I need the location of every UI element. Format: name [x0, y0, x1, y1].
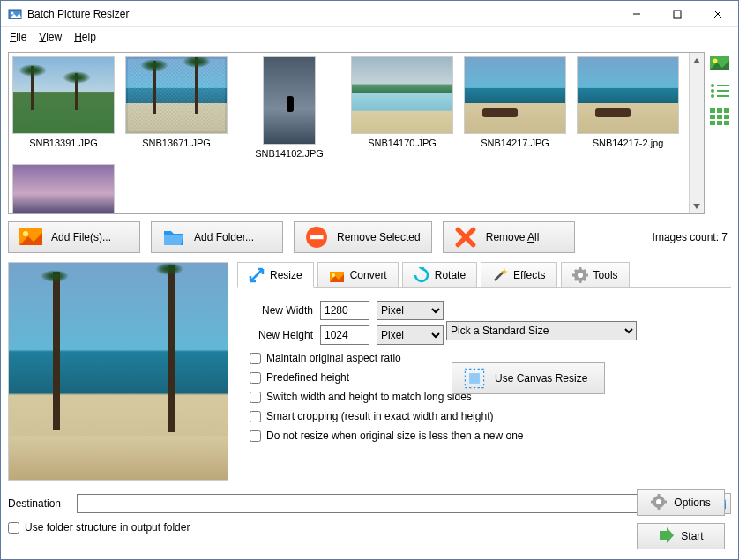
- scroll-down-button[interactable]: [690, 198, 704, 213]
- view-details-button[interactable]: [710, 108, 729, 126]
- tab-label: Convert: [350, 269, 387, 281]
- preview-image: [8, 262, 228, 481]
- x-icon: [454, 228, 477, 247]
- thumbnail-caption: SNB14170.JPG: [368, 138, 437, 148]
- svg-line-37: [575, 279, 578, 281]
- thumbnail-item[interactable]: SNB14102.JPG: [238, 56, 340, 159]
- gear-icon: [572, 267, 588, 283]
- convert-icon: [329, 267, 345, 283]
- button-label: Remove All: [486, 231, 540, 243]
- folder-icon: [162, 228, 185, 247]
- width-unit-select[interactable]: Pixel: [377, 301, 444, 320]
- tab-label: Effects: [513, 269, 545, 281]
- thumbnail-item[interactable]: SNB14170.JPG: [351, 56, 453, 159]
- view-list-button[interactable]: [710, 82, 729, 100]
- thumbnail-item[interactable]: SNB13671.JPG: [125, 56, 228, 159]
- destination-combo[interactable]: [77, 494, 698, 513]
- maintain-ratio-checkbox[interactable]: [250, 353, 261, 364]
- svg-point-28: [332, 273, 335, 277]
- destination-label: Destination: [8, 497, 70, 510]
- new-height-input[interactable]: [320, 325, 370, 345]
- check-label: Do not resize when original size is less…: [266, 429, 524, 442]
- svg-rect-40: [469, 373, 480, 384]
- view-thumbnails-button[interactable]: [710, 56, 729, 73]
- tab-effects[interactable]: Effects: [481, 262, 556, 288]
- smart-crop-checkbox[interactable]: [250, 411, 261, 422]
- svg-point-24: [23, 231, 28, 236]
- canvas-icon: [463, 369, 486, 388]
- switch-wh-checkbox[interactable]: [250, 392, 261, 403]
- tab-label: Rotate: [435, 269, 466, 281]
- new-width-input[interactable]: [320, 301, 370, 320]
- options-button[interactable]: Options: [637, 489, 725, 516]
- button-label: Add File(s)...: [51, 231, 111, 243]
- thumbnail-caption: SNB14102.JPG: [255, 148, 324, 159]
- svg-rect-14: [710, 108, 715, 113]
- check-label: Smart cropping (result in exact width an…: [266, 410, 493, 422]
- window-title: Batch Picture Resizer: [27, 8, 616, 20]
- svg-line-35: [575, 270, 578, 273]
- tabs: Resize Convert Rotate Effects Tools: [237, 262, 731, 288]
- svg-point-12: [711, 94, 714, 98]
- scrollbar[interactable]: [689, 53, 704, 213]
- svg-rect-11: [717, 90, 729, 92]
- standard-size-select[interactable]: Pick a Standard Size: [446, 321, 637, 340]
- add-files-button[interactable]: Add File(s)...: [8, 221, 140, 253]
- tab-label: Resize: [270, 269, 302, 281]
- height-unit-select[interactable]: Pixel: [377, 325, 444, 345]
- thumbnail-caption: SNB14217-2.jpg: [593, 138, 664, 148]
- image-icon: [19, 228, 42, 247]
- svg-rect-9: [717, 85, 729, 86]
- svg-rect-15: [717, 108, 722, 113]
- new-width-label: New Width: [244, 304, 313, 317]
- remove-all-button[interactable]: Remove All: [443, 221, 575, 253]
- thumbnail-item[interactable]: SNB14217-2.jpg: [577, 56, 679, 159]
- svg-point-10: [711, 89, 714, 93]
- menubar: File View Help: [1, 27, 738, 47]
- effects-icon: [492, 267, 508, 283]
- svg-rect-19: [724, 115, 729, 119]
- svg-rect-13: [717, 95, 729, 97]
- remove-selected-button[interactable]: Remove Selected: [294, 221, 432, 253]
- tab-tools[interactable]: Tools: [561, 262, 630, 288]
- menu-view[interactable]: View: [34, 29, 67, 45]
- predefined-height-checkbox[interactable]: [250, 372, 261, 384]
- thumbnail-item[interactable]: SNB14217.JPG: [464, 56, 566, 159]
- svg-rect-18: [717, 115, 722, 119]
- svg-rect-22: [724, 121, 729, 125]
- tab-resize[interactable]: Resize: [237, 262, 314, 288]
- thumbnail-list[interactable]: SNB13391.JPG SNB13671.JPG SNB14102.JPG S…: [8, 52, 705, 214]
- check-label: Predefined height: [266, 371, 349, 384]
- svg-line-36: [583, 279, 586, 281]
- svg-point-7: [713, 59, 718, 63]
- minimize-button[interactable]: [616, 1, 657, 27]
- svg-point-42: [656, 499, 661, 504]
- tab-convert[interactable]: Convert: [317, 262, 399, 288]
- svg-point-30: [578, 273, 583, 278]
- menu-help[interactable]: Help: [69, 29, 101, 45]
- tab-label: Tools: [593, 269, 618, 281]
- canvas-resize-button[interactable]: Use Canvas Resize: [452, 362, 605, 394]
- svg-rect-21: [717, 121, 722, 125]
- check-label: Use folder structure in output folder: [25, 521, 190, 534]
- no-resize-checkbox[interactable]: [250, 430, 261, 442]
- menu-file[interactable]: File: [4, 29, 32, 45]
- svg-rect-17: [710, 115, 715, 119]
- thumbnail-item[interactable]: SNB13391.JPG: [12, 56, 115, 159]
- app-icon: [8, 7, 22, 21]
- scroll-up-button[interactable]: [690, 53, 704, 68]
- start-button[interactable]: Start: [637, 523, 725, 549]
- folder-structure-checkbox[interactable]: [8, 522, 19, 534]
- add-folder-button[interactable]: Add Folder...: [151, 221, 283, 253]
- resize-icon: [249, 267, 265, 283]
- check-label: Switch width and height to match long si…: [266, 391, 472, 403]
- thumbnail-caption: SNB13391.JPG: [29, 138, 98, 148]
- tab-rotate[interactable]: Rotate: [402, 262, 477, 288]
- close-button[interactable]: [698, 1, 738, 27]
- thumbnail-item[interactable]: [12, 164, 115, 213]
- svg-rect-16: [724, 108, 729, 113]
- maximize-button[interactable]: [657, 1, 698, 27]
- button-label: Start: [681, 530, 703, 542]
- svg-point-1: [11, 11, 14, 14]
- thumbnail-caption: SNB13671.JPG: [142, 138, 211, 148]
